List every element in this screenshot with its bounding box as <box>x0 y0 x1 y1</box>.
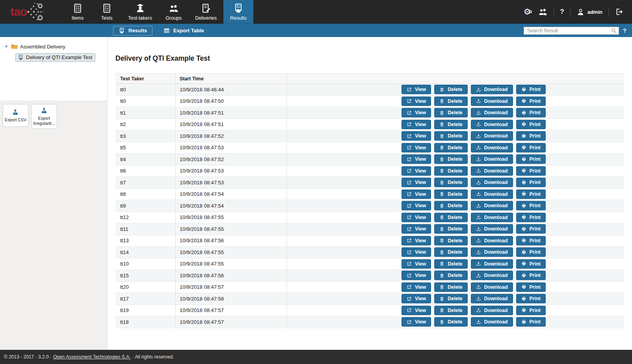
download-button[interactable]: Download <box>471 154 513 164</box>
user-account-menu[interactable]: admin <box>576 8 602 16</box>
nav-item-tests[interactable]: Tests <box>92 0 121 24</box>
view-button[interactable]: View <box>402 97 431 106</box>
print-button[interactable]: Print <box>516 166 546 176</box>
download-button[interactable]: Download <box>471 85 513 94</box>
print-button[interactable]: Print <box>516 224 546 234</box>
delete-button[interactable]: Delete <box>434 166 468 176</box>
print-button[interactable]: Print <box>516 201 546 210</box>
view-button[interactable]: View <box>402 154 431 164</box>
view-button[interactable]: View <box>402 271 431 280</box>
view-button[interactable]: View <box>402 131 431 141</box>
view-button[interactable]: View <box>402 294 431 303</box>
nav-item-deliveries[interactable]: Deliveries <box>188 0 223 24</box>
view-button[interactable]: View <box>402 108 431 117</box>
download-button[interactable]: Download <box>471 166 513 176</box>
delete-button[interactable]: Delete <box>434 306 468 315</box>
search-input[interactable] <box>524 27 619 35</box>
tao-logo[interactable]: tao <box>10 0 54 24</box>
help-button[interactable]: ? <box>560 8 564 16</box>
delete-button[interactable]: Delete <box>434 282 468 292</box>
download-button[interactable]: Download <box>471 120 513 129</box>
nav-item-groups[interactable]: Groups <box>159 0 188 24</box>
print-button[interactable]: Print <box>516 178 546 187</box>
view-button[interactable]: View <box>402 143 431 152</box>
delete-button[interactable]: Delete <box>434 97 468 106</box>
export-csv-button[interactable]: Export CSV <box>3 104 28 127</box>
logout-button[interactable] <box>615 7 623 16</box>
download-button[interactable]: Download <box>471 317 513 327</box>
view-button[interactable]: View <box>402 236 431 245</box>
view-button[interactable]: View <box>402 166 431 176</box>
oat-link[interactable]: Open Assessment Technologies S.A. <box>53 354 131 360</box>
download-button[interactable]: Download <box>471 259 513 269</box>
download-button[interactable]: Download <box>471 224 513 234</box>
delete-button[interactable]: Delete <box>434 259 468 269</box>
delete-button[interactable]: Delete <box>434 271 468 280</box>
print-button[interactable]: Print <box>516 247 546 257</box>
print-button[interactable]: Print <box>516 317 546 327</box>
delete-button[interactable]: Delete <box>434 154 468 164</box>
delete-button[interactable]: Delete <box>434 120 468 129</box>
download-button[interactable]: Download <box>471 294 513 303</box>
view-button[interactable]: View <box>402 189 431 199</box>
print-button[interactable]: Print <box>516 97 546 106</box>
download-button[interactable]: Download <box>471 236 513 245</box>
download-button[interactable]: Download <box>471 247 513 257</box>
delete-button[interactable]: Delete <box>434 317 468 327</box>
view-button[interactable]: View <box>402 224 431 234</box>
tree-node-assembled-delivery[interactable]: Assembled Delivery <box>5 43 103 50</box>
view-button[interactable]: View <box>402 247 431 257</box>
download-button[interactable]: Download <box>471 213 513 222</box>
print-button[interactable]: Print <box>516 120 546 129</box>
tree-node-delivery-selected[interactable]: Delivery of QTI Example Test <box>15 53 95 62</box>
download-button[interactable]: Download <box>471 97 513 106</box>
nav-item-items[interactable]: Items <box>63 0 92 24</box>
print-button[interactable]: Print <box>516 306 546 315</box>
download-button[interactable]: Download <box>471 189 513 199</box>
view-button[interactable]: View <box>402 306 431 315</box>
export-table-button[interactable]: Export Table <box>158 26 210 35</box>
print-button[interactable]: Print <box>516 131 546 141</box>
download-button[interactable]: Download <box>471 271 513 280</box>
download-button[interactable]: Download <box>471 131 513 141</box>
delete-button[interactable]: Delete <box>434 236 468 245</box>
view-button[interactable]: View <box>402 120 431 129</box>
nav-item-test-takers[interactable]: Test-takers <box>121 0 159 24</box>
print-button[interactable]: Print <box>516 294 546 303</box>
nav-item-results[interactable]: Results <box>223 0 253 24</box>
view-button[interactable]: View <box>402 85 431 94</box>
delete-button[interactable]: Delete <box>434 294 468 303</box>
delete-button[interactable]: Delete <box>434 247 468 257</box>
view-button[interactable]: View <box>402 178 431 187</box>
export-irregularities-button[interactable]: Export Irregulariti... <box>31 104 57 129</box>
print-button[interactable]: Print <box>516 236 546 245</box>
print-button[interactable]: Print <box>516 85 546 94</box>
view-button[interactable]: View <box>402 201 431 210</box>
view-button[interactable]: View <box>402 213 431 222</box>
delete-button[interactable]: Delete <box>434 178 468 187</box>
view-button[interactable]: View <box>402 317 431 327</box>
print-button[interactable]: Print <box>516 154 546 164</box>
download-button[interactable]: Download <box>471 108 513 117</box>
print-button[interactable]: Print <box>516 282 546 292</box>
delete-button[interactable]: Delete <box>434 189 468 199</box>
settings-button[interactable]: ⚙⚙ <box>524 8 533 16</box>
download-button[interactable]: Download <box>471 306 513 315</box>
search-help-button[interactable]: ? <box>623 27 626 34</box>
print-button[interactable]: Print <box>516 143 546 152</box>
delete-button[interactable]: Delete <box>434 143 468 152</box>
user-management-button[interactable] <box>538 7 548 17</box>
print-button[interactable]: Print <box>516 108 546 117</box>
download-button[interactable]: Download <box>471 143 513 152</box>
results-tab-button[interactable]: Results <box>113 26 152 35</box>
search-icon[interactable] <box>611 28 617 34</box>
download-button[interactable]: Download <box>471 201 513 210</box>
print-button[interactable]: Print <box>516 271 546 280</box>
print-button[interactable]: Print <box>516 213 546 222</box>
view-button[interactable]: View <box>402 259 431 269</box>
delete-button[interactable]: Delete <box>434 85 468 94</box>
delete-button[interactable]: Delete <box>434 224 468 234</box>
print-button[interactable]: Print <box>516 259 546 269</box>
print-button[interactable]: Print <box>516 189 546 199</box>
download-button[interactable]: Download <box>471 282 513 292</box>
